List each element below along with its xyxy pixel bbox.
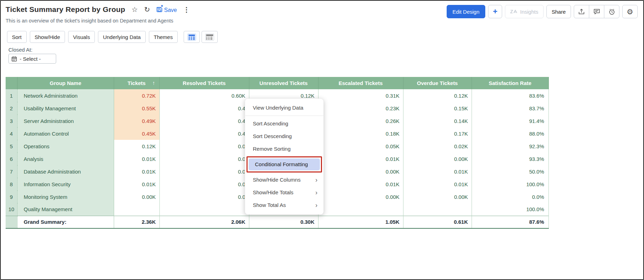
cell-resolved-tickets[interactable]: 0.60K	[159, 89, 249, 102]
cell-escalated-tickets[interactable]: 0.26K	[318, 115, 403, 127]
cell-resolved-tickets[interactable]: 0.0	[159, 190, 249, 203]
cell-overdue-tickets[interactable]: 0.01K	[403, 178, 472, 190]
cell-escalated-tickets[interactable]: 0.18K	[318, 127, 403, 140]
cell-escalated-tickets[interactable]: 0.00K	[318, 190, 403, 203]
filter-label: Closed At:	[8, 47, 32, 53]
summary-resolved-tickets: 2.06K	[159, 216, 249, 228]
insights-button[interactable]: Insights	[505, 5, 544, 18]
cell-escalated-tickets[interactable]: 0.23K	[318, 102, 403, 115]
comment-button[interactable]	[589, 5, 604, 18]
cell-group-name[interactable]: Server Administration	[17, 115, 114, 127]
cell-tickets[interactable]: 0.72K	[114, 89, 159, 102]
column-header-overdue-tickets[interactable]: Overdue Tickets	[403, 77, 472, 89]
column-header-resolved-tickets[interactable]: Resolved Tickets	[159, 77, 249, 89]
cell-satisfaction-rate[interactable]: 92.3%	[472, 140, 548, 152]
column-header-unresolved-tickets[interactable]: Unresolved Tickets	[249, 77, 318, 89]
menu-item-view-underlying-data[interactable]: View Underlying Data	[245, 102, 323, 114]
cell-resolved-tickets[interactable]: 0.4	[159, 102, 249, 115]
schedule-button[interactable]	[604, 5, 619, 18]
cell-resolved-tickets[interactable]: 0.0	[159, 140, 249, 152]
cell-satisfaction-rate[interactable]: 83.7%	[472, 102, 548, 115]
table-view-button[interactable]	[184, 31, 200, 43]
export-button[interactable]	[574, 5, 589, 18]
cell-overdue-tickets[interactable]	[403, 203, 472, 216]
cell-group-name[interactable]: Automation Control	[17, 127, 114, 140]
cell-tickets[interactable]: 0.01K	[114, 165, 159, 178]
menu-item-sort-descending[interactable]: Sort Descending	[245, 130, 323, 143]
menu-item-sort-ascending[interactable]: Sort Ascending	[245, 117, 323, 130]
cell-escalated-tickets[interactable]: 0.31K	[318, 89, 403, 102]
cell-escalated-tickets[interactable]: 0.01K	[318, 152, 403, 165]
more-options-kebab-icon[interactable]: ⋮	[183, 6, 190, 13]
cell-tickets[interactable]: 0.01K	[114, 178, 159, 190]
favorite-star-icon[interactable]: ☆	[132, 6, 138, 13]
summary-tickets: 2.36K	[114, 216, 159, 228]
cell-satisfaction-rate[interactable]: 50.0%	[472, 165, 548, 178]
toolbar-button-themes[interactable]: Themes	[149, 31, 178, 43]
column-header-tickets[interactable]: Tickets↑	[114, 77, 159, 89]
cell-group-name[interactable]: Information Security	[17, 178, 114, 190]
cell-resolved-tickets[interactable]: 0.0	[159, 178, 249, 190]
cell-satisfaction-rate[interactable]: 88.0%	[472, 127, 548, 140]
row-number-column-header[interactable]	[6, 77, 17, 89]
column-header-group-name[interactable]: Group Name	[17, 77, 114, 89]
toolbar-button-show-hide[interactable]: Show/Hide	[30, 31, 65, 43]
cell-satisfaction-rate[interactable]: 91.4%	[472, 115, 548, 127]
edit-design-button[interactable]: Edit Design	[447, 5, 486, 18]
save-button[interactable]: * Save	[156, 6, 177, 13]
settings-button[interactable]: ⚙	[622, 5, 638, 18]
cell-satisfaction-rate[interactable]: 100.0%	[472, 178, 548, 190]
cell-escalated-tickets[interactable]: 0.01K	[318, 178, 403, 190]
menu-item-conditional-formatting[interactable]: Conditional Formatting	[249, 158, 320, 170]
cell-resolved-tickets[interactable]: 0.4	[159, 127, 249, 140]
cell-overdue-tickets[interactable]: 0.01K	[403, 165, 472, 178]
cell-tickets[interactable]: 0.00K	[114, 190, 159, 203]
cell-resolved-tickets[interactable]: 0.4	[159, 115, 249, 127]
share-button[interactable]: Share	[546, 5, 571, 18]
menu-item-show-hide-totals[interactable]: Show/Hide Totals›	[245, 186, 323, 199]
date-filter-select[interactable]: - Select -	[8, 54, 56, 64]
refresh-icon[interactable]: ↻	[144, 6, 150, 13]
cell-tickets[interactable]: 0.49K	[114, 115, 159, 127]
cell-group-name[interactable]: Usability Management	[17, 102, 114, 115]
toolbar-button-visuals[interactable]: Visuals	[68, 31, 95, 43]
cell-satisfaction-rate[interactable]: 93.3%	[472, 152, 548, 165]
cell-group-name[interactable]: Database Administration	[17, 165, 114, 178]
cell-escalated-tickets[interactable]	[318, 203, 403, 216]
alarm-clock-icon	[609, 8, 615, 15]
cell-tickets[interactable]: 0.45K	[114, 127, 159, 140]
menu-item-show-hide-columns[interactable]: Show/Hide Columns›	[245, 174, 323, 186]
cell-resolved-tickets[interactable]: 0.0	[159, 165, 249, 178]
cell-group-name[interactable]: Operations	[17, 140, 114, 152]
cell-tickets[interactable]: 0.55K	[114, 102, 159, 115]
cell-group-name[interactable]: Quality Management	[17, 203, 114, 216]
cell-overdue-tickets[interactable]: 0.12K	[403, 89, 472, 102]
menu-item-remove-sorting[interactable]: Remove Sorting	[245, 143, 323, 155]
cell-group-name[interactable]: Analysis	[17, 152, 114, 165]
cell-overdue-tickets[interactable]: 0.14K	[403, 115, 472, 127]
add-button[interactable]: +	[488, 5, 502, 18]
pivot-view-button[interactable]	[202, 31, 218, 43]
cell-overdue-tickets[interactable]: 0.00K	[403, 152, 472, 165]
cell-group-name[interactable]: Network Administration	[17, 89, 114, 102]
cell-tickets[interactable]: 0.01K	[114, 152, 159, 165]
cell-satisfaction-rate[interactable]: 0.0%	[472, 190, 548, 203]
cell-overdue-tickets[interactable]: 0.15K	[403, 102, 472, 115]
cell-resolved-tickets[interactable]	[159, 203, 249, 216]
cell-overdue-tickets[interactable]: 0.02K	[403, 140, 472, 152]
cell-escalated-tickets[interactable]: 0.05K	[318, 140, 403, 152]
toolbar-button-underlying-data[interactable]: Underlying Data	[98, 31, 146, 43]
cell-satisfaction-rate[interactable]: 100.0%	[472, 203, 548, 216]
cell-group-name[interactable]: Monitoring System	[17, 190, 114, 203]
column-header-escalated-tickets[interactable]: Escalated Tickets	[318, 77, 403, 89]
cell-overdue-tickets[interactable]: 0.00K	[403, 190, 472, 203]
column-header-satisfaction-rate[interactable]: Satisfaction Rate	[472, 77, 548, 89]
cell-satisfaction-rate[interactable]: 83.6%	[472, 89, 548, 102]
cell-overdue-tickets[interactable]: 0.17K	[403, 127, 472, 140]
toolbar-button-sort[interactable]: Sort	[7, 31, 27, 43]
cell-resolved-tickets[interactable]: 0.0	[159, 152, 249, 165]
cell-tickets[interactable]	[114, 203, 159, 216]
cell-tickets[interactable]: 0.12K	[114, 140, 159, 152]
cell-escalated-tickets[interactable]: 0.00K	[318, 165, 403, 178]
menu-item-show-total-as[interactable]: Show Total As›	[245, 199, 323, 211]
